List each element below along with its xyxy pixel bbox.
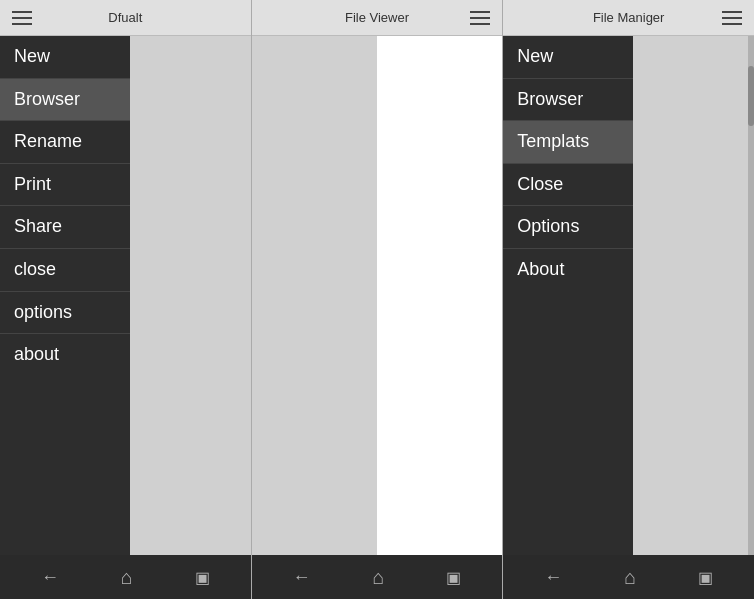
- scrollbar-track: [748, 36, 754, 555]
- screen-file-manager-nav: [503, 555, 754, 599]
- home-button-2[interactable]: [372, 566, 384, 589]
- back-button-2[interactable]: [293, 567, 311, 588]
- home-button-3[interactable]: [624, 566, 636, 589]
- recents-button-3[interactable]: [698, 568, 713, 587]
- sidebar-menu-default: New Browser Rename Print Share close opt…: [0, 36, 130, 555]
- screen-file-viewer-content-white: [377, 36, 502, 555]
- recents-button-1[interactable]: [195, 568, 210, 587]
- menu-item-options-3[interactable]: Options: [503, 206, 633, 249]
- screen-default-title: Dfualt: [108, 10, 142, 25]
- menu-item-templats-3[interactable]: Templats: [503, 121, 633, 164]
- scrollbar-thumb[interactable]: [748, 66, 754, 126]
- screen-file-manager-title: File Maniger: [593, 10, 665, 25]
- sidebar-menu-manager: New Browser Templats Close Options About: [503, 36, 633, 555]
- back-button-1[interactable]: [41, 567, 59, 588]
- screen-file-viewer: File Viewer: [252, 0, 504, 599]
- screen-file-viewer-body: [252, 36, 503, 555]
- screen-default-content: [130, 36, 251, 555]
- menu-item-rename-1[interactable]: Rename: [0, 121, 130, 164]
- hamburger-menu-button-1[interactable]: [8, 4, 36, 32]
- menu-item-browser-1[interactable]: Browser: [0, 79, 130, 122]
- screen-file-manager-body: New Browser Templats Close Options About: [503, 36, 754, 555]
- screen-default: Dfualt New Browser Rename Print Share cl…: [0, 0, 252, 599]
- menu-item-share-1[interactable]: Share: [0, 206, 130, 249]
- menu-item-print-1[interactable]: Print: [0, 164, 130, 207]
- menu-item-new-3[interactable]: New: [503, 36, 633, 79]
- screen-default-nav: [0, 555, 251, 599]
- screen-default-body: New Browser Rename Print Share close opt…: [0, 36, 251, 555]
- screen-file-viewer-header: File Viewer: [252, 0, 503, 36]
- menu-item-new-1[interactable]: New: [0, 36, 130, 79]
- menu-item-about-1[interactable]: about: [0, 334, 130, 376]
- screen-file-viewer-content-grey: [252, 36, 377, 555]
- screen-default-header: Dfualt: [0, 0, 251, 36]
- recents-button-2[interactable]: [446, 568, 461, 587]
- screen-file-viewer-nav: [252, 555, 503, 599]
- menu-item-close-1[interactable]: close: [0, 249, 130, 292]
- screen-file-manager: File Maniger New Browser Templats Close …: [503, 0, 754, 599]
- menu-item-options-1[interactable]: options: [0, 292, 130, 335]
- menu-item-browser-3[interactable]: Browser: [503, 79, 633, 122]
- screen-file-manager-header: File Maniger: [503, 0, 754, 36]
- hamburger-menu-button-2[interactable]: [466, 4, 494, 32]
- screens-container: Dfualt New Browser Rename Print Share cl…: [0, 0, 754, 599]
- screen-file-viewer-title: File Viewer: [345, 10, 409, 25]
- menu-item-close-3[interactable]: Close: [503, 164, 633, 207]
- hamburger-menu-button-3[interactable]: [718, 4, 746, 32]
- home-button-1[interactable]: [121, 566, 133, 589]
- screen-file-manager-content: [633, 36, 754, 555]
- menu-item-about-3[interactable]: About: [503, 249, 633, 291]
- back-button-3[interactable]: [544, 567, 562, 588]
